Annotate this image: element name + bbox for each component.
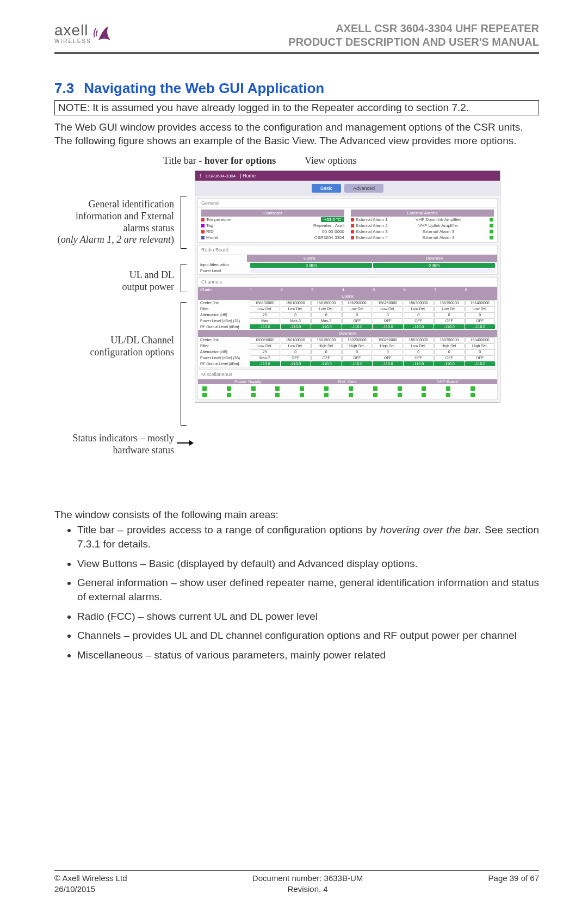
list-item: Miscellaneous – status of various parame…: [77, 648, 539, 662]
bracket-icon: [181, 302, 187, 426]
panel-radio-board: Radio Board Uplink Downlink Input Attenu…: [197, 245, 498, 275]
logo-subtext: WIRELESS: [54, 38, 91, 44]
label-general-info: General identification information and E…: [49, 199, 174, 245]
label-ul-dl-power: UL and DL output power: [98, 269, 174, 293]
status-icon: [490, 236, 493, 239]
list-item: General information – show user defined …: [77, 576, 539, 604]
tab-basic[interactable]: Basic: [312, 184, 341, 193]
list-item: Title bar – provides access to a range o…: [77, 523, 539, 551]
annotated-figure: Title bar - hover for options View optio…: [54, 155, 539, 492]
view-tabs: Basic Advanced: [195, 181, 500, 196]
status-icon: [202, 386, 207, 391]
page-header: axell WIRELESS AXELL CSR 3604-3304 UHF R…: [54, 22, 539, 54]
alarm-icon: [351, 236, 354, 239]
tag-icon: [201, 224, 205, 227]
status-icon: [490, 224, 493, 227]
logo-icon: [94, 23, 113, 43]
footer-left: © Axell Wireless Ltd 26/10/2015: [54, 873, 127, 894]
bracket-icon: [181, 264, 187, 292]
arrow-icon: [177, 442, 193, 444]
paragraph-1: The Web GUI window provides access to th…: [54, 121, 539, 147]
logo: axell WIRELESS: [54, 22, 113, 44]
page-footer: © Axell Wireless Ltd 26/10/2015 Document…: [54, 870, 539, 894]
section-title: Navigating the Web GUI Application: [84, 80, 324, 96]
section-heading: 7.3Navigating the Web GUI Application: [54, 80, 539, 97]
status-icon: [490, 218, 493, 221]
section-number: 7.3: [54, 80, 74, 97]
list-item: View Buttons – Basic (displayed by defau…: [77, 557, 539, 571]
tab-advanced[interactable]: Advanced: [344, 184, 383, 193]
wifi-icon: ⟆: [200, 174, 201, 178]
list-intro: The window consists of the following mai…: [54, 509, 539, 521]
label-view-options: View options: [305, 155, 356, 167]
footer-center: Document number: 3633B-UM Revision. 4: [127, 873, 488, 894]
list-item: Radio (FCC) – shows current UL and DL po…: [77, 610, 539, 624]
panel-miscellaneous: Miscellaneous Power SupplyRef. Gen.DSP B…: [197, 370, 498, 400]
gui-title-bar[interactable]: ⟆ CSR3604-3304 | Home: [195, 171, 500, 181]
logo-text: axell: [54, 22, 91, 39]
bracket-icon: [181, 196, 187, 249]
label-status-indicators: Status indicators – mostly hardware stat…: [60, 433, 174, 456]
status-icon: [490, 230, 493, 233]
alarm-icon: [351, 218, 354, 221]
label-channel-config: UL/DL Channel configuration options: [87, 335, 174, 358]
alarm-icon: [351, 230, 354, 233]
alarm-icon: [351, 224, 354, 227]
note-box: NOTE: It is assumed you have already log…: [54, 100, 539, 115]
panel-general: General Controller Temperature+33.5 °C T…: [197, 198, 498, 243]
model-icon: [201, 236, 205, 239]
header-line2: PRODUCT DESCRIPTION AND USER'S MANUAL: [288, 35, 539, 49]
header-titles: AXELL CSR 3604-3304 UHF REPEATER PRODUCT…: [288, 22, 539, 49]
list-item: Channels – provides UL and DL channel co…: [77, 629, 539, 643]
footer-right: Page 39 of 67: [488, 873, 539, 894]
panel-channels: Channels Chain 12345678 Uplink Center [H…: [197, 277, 498, 367]
gui-screenshot: ⟆ CSR3604-3304 | Home Basic Advanced Gen…: [195, 170, 500, 403]
row-ul-center: Center [Hz]15610000015610000015615000015…: [198, 300, 497, 306]
label-titlebar: Title bar - hover for options: [163, 155, 276, 167]
bullet-list: Title bar – provides access to a range o…: [54, 523, 539, 662]
thermometer-icon: [201, 218, 205, 221]
rid-icon: [201, 230, 205, 233]
header-line1: AXELL CSR 3604-3304 UHF REPEATER: [288, 22, 539, 35]
